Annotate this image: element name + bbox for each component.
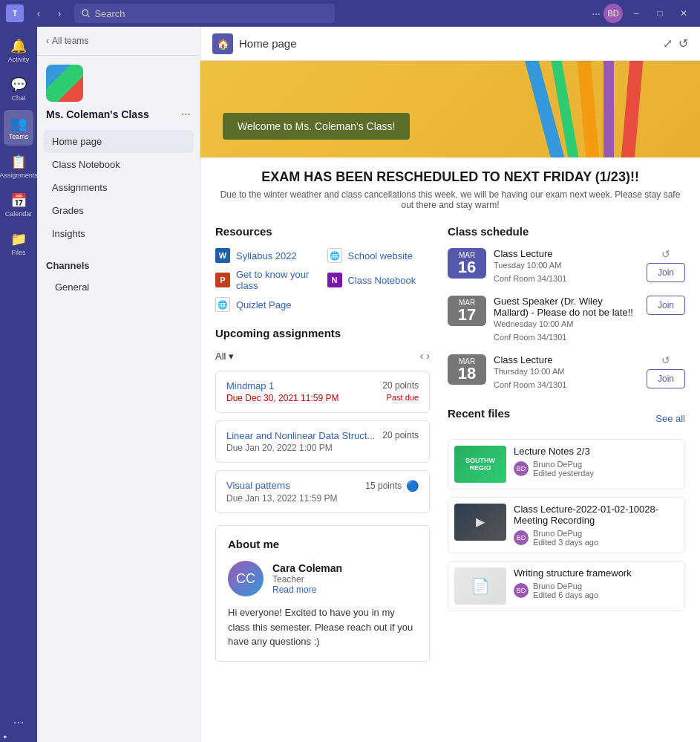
- minimize-button[interactable]: –: [626, 4, 647, 22]
- schedule-info-mar18: Class Lecture Thursday 10:00 AMConf Room…: [494, 354, 639, 391]
- resource-quizlet[interactable]: 🌐 Quizlet Page: [215, 297, 318, 312]
- more-options[interactable]: ···: [592, 7, 601, 19]
- resource-school-web-label: School website: [348, 250, 413, 261]
- team-more-button[interactable]: ···: [181, 108, 191, 121]
- nav-assignments-label: Assignments: [0, 172, 38, 179]
- assignment-points-2: 20 points: [382, 430, 419, 440]
- team-header: Ms. Coleman's Class ···: [46, 108, 191, 121]
- about-me-title: About me: [228, 538, 417, 550]
- file-info-1: Lecture Notes 2/3 BD Bruno DePug Edited …: [514, 446, 678, 483]
- prev-assignment-button[interactable]: ‹: [420, 350, 424, 362]
- nav-chat[interactable]: 💬 Chat: [4, 71, 33, 107]
- recent-files-title: Recent files: [448, 407, 510, 420]
- sidebar-item-grades[interactable]: Grades: [43, 199, 194, 222]
- svg-rect-6: [619, 61, 644, 157]
- schedule-item-mar18: MAR 18 Class Lecture Thursday 10:00 AMCo…: [448, 354, 685, 391]
- resource-class-notebook[interactable]: N Class Notebook: [327, 269, 431, 291]
- recent-files-section: Recent files See all SOUTHWREGIO Lecture…: [448, 407, 685, 611]
- nav-files-label: Files: [11, 249, 25, 256]
- search-input[interactable]: [94, 8, 327, 19]
- refresh-button[interactable]: ↺: [678, 36, 688, 51]
- svg-text:T: T: [13, 10, 17, 18]
- two-column-layout: Resources W Syllabus 2022 🌐 School websi…: [215, 225, 685, 662]
- file-author-1: BD Bruno DePug Edited yesterday: [514, 460, 678, 478]
- main-content: 🏠 Home page ⤢ ↺: [200, 27, 700, 742]
- resource-syllabus[interactable]: W Syllabus 2022: [215, 248, 318, 263]
- expand-button[interactable]: ⤢: [663, 36, 673, 51]
- title-bar: T ‹ › ··· BD – □ ✕: [0, 0, 700, 27]
- welcome-button[interactable]: Welcome to Ms. Coleman's Class!: [223, 113, 410, 140]
- file-name-2[interactable]: Class Lecture-2022-01-02-10028-Meeting R…: [514, 504, 678, 526]
- nav-more[interactable]: ···: [13, 715, 24, 730]
- file-name-3[interactable]: Writing structure framework: [514, 567, 678, 579]
- sidebar-item-notebook[interactable]: Class Notebook: [43, 153, 194, 176]
- resource-get-to-know-label: Get to know your class: [236, 269, 318, 291]
- schedule-item-mar16: MAR 16 Class Lecture Tuesday 10:00 AMCon…: [448, 248, 685, 285]
- channel-general[interactable]: General: [46, 277, 191, 297]
- teams-icon: 👥: [10, 115, 27, 131]
- filter-row: All ▾ ‹ ›: [215, 350, 430, 362]
- teacher-role: Teacher: [272, 574, 342, 585]
- file-thumb-2: ▶ ●: [454, 504, 506, 541]
- sidebar-item-insights[interactable]: Insights: [43, 222, 194, 245]
- insights-label: Insights: [52, 228, 85, 239]
- resource-school-web[interactable]: 🌐 School website: [327, 248, 431, 263]
- assignment-header-2: Linear and Nonlinear Data Struct... 20 p…: [226, 430, 419, 441]
- file-info-3: Writing structure framework BD Bruno DeP…: [514, 567, 678, 605]
- class-schedule-title: Class schedule: [448, 225, 685, 238]
- resource-get-to-know[interactable]: P Get to know your class: [215, 269, 318, 291]
- channels-label: Channels: [46, 260, 191, 271]
- team-section: Ms. Coleman's Class ···: [37, 56, 200, 130]
- search-bar[interactable]: [74, 4, 335, 23]
- nav-files[interactable]: 📁 Files: [4, 226, 33, 261]
- join-button-mar18[interactable]: Join: [647, 369, 685, 388]
- next-assignment-button[interactable]: ›: [426, 350, 430, 362]
- class-schedule-section: Class schedule MAR 16 Class Lecture Tues…: [448, 225, 685, 392]
- assignment-header-3: Visual patterns 15 points 🔵: [226, 480, 419, 492]
- assignment-name-3[interactable]: Visual patterns: [226, 480, 290, 491]
- back-button[interactable]: ‹: [30, 4, 48, 22]
- assignment-header-1: Mindmap 1 20 points: [226, 380, 419, 391]
- author-name-2: Bruno DePug: [533, 529, 598, 538]
- maximize-button[interactable]: □: [650, 4, 670, 22]
- assignment-nav-arrows: ‹ ›: [420, 350, 430, 362]
- author-name-3: Bruno DePug: [533, 582, 598, 590]
- page-title: Home page: [239, 37, 657, 50]
- about-me-section: About me CC Cara Coleman Teacher Read mo…: [215, 525, 430, 662]
- back-to-teams[interactable]: ‹ All teams: [46, 36, 88, 46]
- close-button[interactable]: ✕: [673, 4, 694, 22]
- nav-assignments[interactable]: 📋 Assignments: [4, 149, 33, 184]
- file-item-2: ▶ ● Class Lecture-2022-01-02-10028-Meeti…: [448, 497, 685, 553]
- assignments-label: Assignments: [52, 182, 107, 193]
- nav-teams[interactable]: 👥 Teams: [4, 110, 33, 146]
- filter-all-button[interactable]: All ▾: [215, 351, 234, 362]
- author-avatar-1: BD: [514, 461, 529, 476]
- assignment-card-linear: Linear and Nonlinear Data Struct... 20 p…: [215, 420, 430, 463]
- assignment-name-1[interactable]: Mindmap 1: [226, 380, 274, 391]
- about-header: CC Cara Coleman Teacher Read more: [228, 561, 417, 596]
- join-button-mar16[interactable]: Join: [647, 263, 685, 282]
- nav-activity[interactable]: 🔔 Activity: [4, 33, 33, 68]
- filter-label: All: [215, 351, 226, 362]
- event-title-mar17: Guest Speaker (Dr. Wiley Mallard) - Plea…: [494, 296, 639, 318]
- assignment-name-2[interactable]: Linear and Nonlinear Data Struct...: [226, 430, 375, 441]
- nav-calendar[interactable]: 📅 Calendar: [4, 187, 33, 223]
- onenote-icon: N: [327, 273, 342, 287]
- resource-quizlet-label: Quizlet Page: [236, 299, 291, 310]
- read-more-link[interactable]: Read more: [272, 585, 342, 595]
- join-button-mar17[interactable]: Join: [647, 296, 685, 315]
- nav-calendar-label: Calendar: [5, 210, 33, 218]
- file-meta-3: Bruno DePug Edited 6 days ago: [533, 582, 598, 599]
- teacher-avatar: CC: [228, 561, 264, 596]
- forward-button[interactable]: ›: [50, 4, 68, 22]
- file-name-1[interactable]: Lecture Notes 2/3: [514, 446, 678, 457]
- sidebar-item-assignments[interactable]: Assignments: [43, 176, 194, 199]
- resources-grid: W Syllabus 2022 🌐 School website P Get t…: [215, 248, 430, 312]
- user-avatar[interactable]: BD: [603, 4, 623, 23]
- event-title-mar18: Class Lecture: [494, 354, 639, 365]
- sidebar-item-home[interactable]: Home page: [43, 130, 194, 153]
- file-meta-1: Bruno DePug Edited yesterday: [533, 460, 594, 478]
- see-all-button[interactable]: See all: [655, 413, 685, 424]
- word-icon: W: [215, 248, 230, 263]
- schedule-item-mar17: MAR 17 Guest Speaker (Dr. Wiley Mallard)…: [448, 296, 685, 344]
